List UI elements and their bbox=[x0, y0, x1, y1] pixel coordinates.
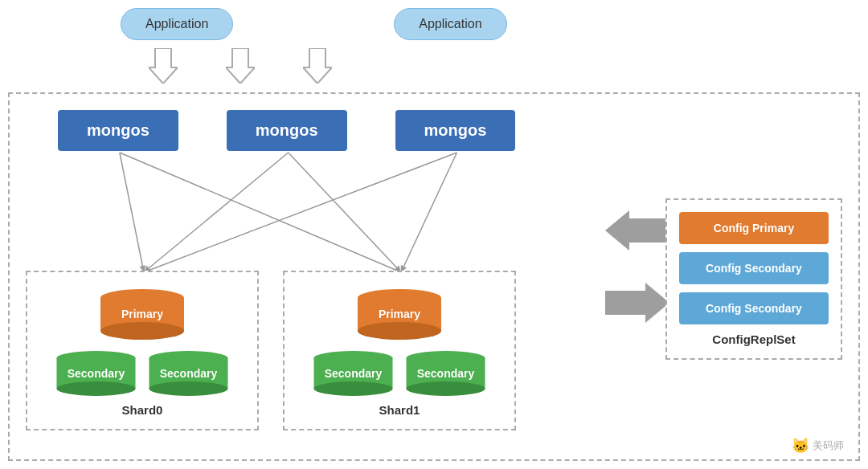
svg-marker-34 bbox=[605, 283, 669, 323]
shards-container: Primary Secondary bbox=[26, 271, 516, 430]
shard0-box: Primary Secondary bbox=[26, 271, 259, 430]
shard1-secondary-2: Secondary bbox=[403, 350, 488, 397]
svg-marker-1 bbox=[226, 48, 255, 84]
mongos-label-2: mongos bbox=[256, 121, 318, 139]
svg-point-32 bbox=[407, 381, 485, 396]
svg-line-5 bbox=[120, 153, 401, 272]
mongos-label-3: mongos bbox=[424, 121, 487, 139]
mongos-box-1: mongos bbox=[58, 110, 178, 151]
svg-line-11 bbox=[144, 153, 457, 272]
mongos-box-2: mongos bbox=[227, 110, 347, 151]
shard1-secondary-1: Secondary bbox=[311, 350, 395, 397]
down-arrow-2 bbox=[226, 48, 255, 84]
shard0-secondary-1-label: Secondary bbox=[68, 367, 125, 381]
watermark: 🐱 美码师 bbox=[792, 437, 844, 455]
svg-marker-2 bbox=[303, 48, 332, 84]
down-arrows-row bbox=[149, 48, 332, 84]
svg-point-23 bbox=[149, 381, 228, 396]
shard1-box: Primary Secondary bbox=[283, 271, 516, 430]
shard0-secondaries: Secondary Secondary bbox=[54, 350, 231, 397]
mongos-row: mongos mongos mongos bbox=[58, 110, 858, 151]
app-label-2: Application bbox=[419, 17, 481, 31]
watermark-icon: 🐱 bbox=[792, 437, 809, 455]
svg-line-7 bbox=[144, 153, 289, 272]
app-oval-2: Application bbox=[394, 8, 506, 40]
config-replset-label: ConfigReplSet bbox=[679, 332, 829, 346]
config-secondary-2: Config Secondary bbox=[679, 292, 829, 324]
svg-marker-33 bbox=[605, 210, 669, 251]
svg-point-17 bbox=[100, 322, 184, 340]
shard1-label: Shard1 bbox=[301, 403, 498, 417]
mongos-box-3: mongos bbox=[395, 110, 516, 151]
app-label-1: Application bbox=[145, 17, 208, 31]
config-secondary-2-label: Config Secondary bbox=[706, 302, 802, 315]
down-arrow-3 bbox=[303, 48, 332, 84]
top-section: Application Application bbox=[0, 0, 868, 104]
svg-point-26 bbox=[358, 322, 441, 340]
config-primary: Config Primary bbox=[679, 212, 829, 244]
arrow-mongos-to-config bbox=[605, 283, 669, 323]
app-oval-1: Application bbox=[121, 8, 233, 40]
arrow-config-to-mongos bbox=[605, 210, 669, 251]
shard0-secondary-2: Secondary bbox=[146, 350, 231, 397]
mongos-label-1: mongos bbox=[87, 121, 149, 139]
config-primary-label: Config Primary bbox=[714, 222, 794, 234]
shard0-primary-label: Primary bbox=[121, 308, 163, 321]
svg-line-3 bbox=[120, 153, 144, 272]
shard1-primary: Primary bbox=[355, 288, 444, 341]
svg-marker-0 bbox=[149, 48, 178, 84]
shard1-secondaries: Secondary Secondary bbox=[311, 350, 488, 397]
svg-point-20 bbox=[57, 381, 136, 396]
config-secondary-1: Config Secondary bbox=[679, 252, 829, 284]
shard0-content: Primary Secondary bbox=[43, 288, 241, 397]
watermark-text: 美码师 bbox=[813, 438, 844, 453]
shard0-secondary-1: Secondary bbox=[54, 350, 138, 397]
svg-point-29 bbox=[314, 381, 393, 396]
svg-line-9 bbox=[289, 153, 401, 272]
shard1-secondary-2-label: Secondary bbox=[417, 367, 475, 381]
svg-line-13 bbox=[401, 153, 457, 272]
shard1-content: Primary Secondary bbox=[301, 288, 498, 397]
config-secondary-1-label: Config Secondary bbox=[706, 262, 802, 275]
shard1-primary-label: Primary bbox=[379, 308, 420, 321]
app-ovals: Application Application bbox=[121, 8, 507, 40]
down-arrow-1 bbox=[149, 48, 178, 84]
main-area: mongos mongos mongos Primary bbox=[8, 92, 860, 461]
shard1-secondary-1-label: Secondary bbox=[325, 367, 383, 381]
shard0-secondary-2-label: Secondary bbox=[160, 367, 218, 381]
shard0-label: Shard0 bbox=[43, 403, 241, 417]
shard0-primary: Primary bbox=[98, 288, 186, 341]
config-replset-box: Config Primary Config Secondary Config S… bbox=[665, 198, 842, 360]
